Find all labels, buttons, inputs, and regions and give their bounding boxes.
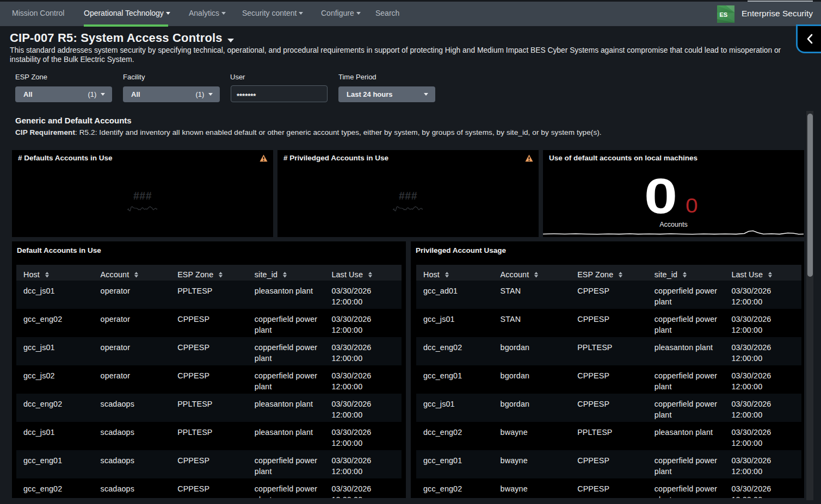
svg-text:ES: ES bbox=[720, 11, 728, 18]
